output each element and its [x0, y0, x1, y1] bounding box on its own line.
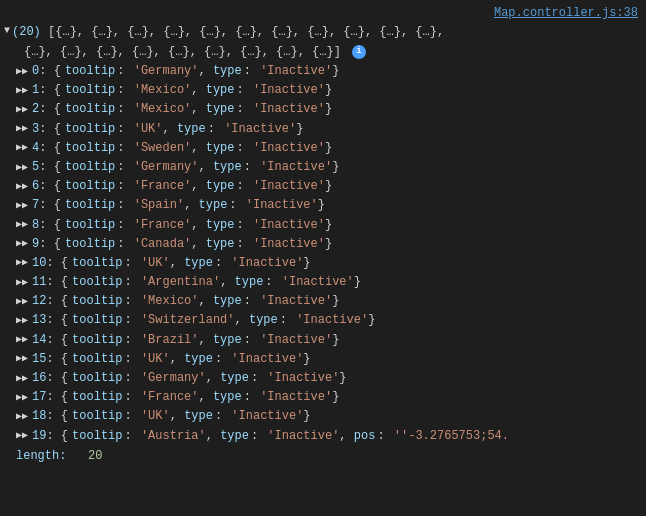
list-item[interactable]: ▶17: {tooltip: 'France', type: 'Inactive…: [0, 388, 646, 407]
item-toggle[interactable]: ▶: [16, 275, 28, 291]
list-item[interactable]: ▶7: {tooltip: 'Spain', type: 'Inactive'}: [0, 196, 646, 215]
list-item[interactable]: ▶16: {tooltip: 'Germany', type: 'Inactiv…: [0, 369, 646, 388]
list-item[interactable]: ▶0: {tooltip: 'Germany', type: 'Inactive…: [0, 62, 646, 81]
item-toggle[interactable]: ▶: [16, 198, 28, 214]
item-toggle[interactable]: ▶: [16, 409, 28, 425]
item-toggle[interactable]: ▶: [16, 102, 28, 118]
list-item[interactable]: ▶11: {tooltip: 'Argentina', type: 'Inact…: [0, 273, 646, 292]
list-item[interactable]: ▶6: {tooltip: 'France', type: 'Inactive'…: [0, 177, 646, 196]
file-link-text[interactable]: Map.controller.js:38: [494, 6, 638, 20]
item-toggle[interactable]: ▶: [16, 64, 28, 80]
list-item[interactable]: ▶12: {tooltip: 'Mexico', type: 'Inactive…: [0, 292, 646, 311]
list-item[interactable]: ▶4: {tooltip: 'Sweden', type: 'Inactive'…: [0, 139, 646, 158]
item-toggle[interactable]: ▶: [16, 236, 28, 252]
item-toggle[interactable]: ▶: [16, 179, 28, 195]
item-toggle[interactable]: ▶: [16, 332, 28, 348]
list-item[interactable]: ▶3: {tooltip: 'UK', type: 'Inactive'}: [0, 120, 646, 139]
item-toggle[interactable]: ▶: [16, 140, 28, 156]
info-badge[interactable]: i: [352, 45, 366, 59]
item-toggle[interactable]: ▶: [16, 294, 28, 310]
array-count: (20): [12, 23, 41, 41]
list-item[interactable]: ▶8: {tooltip: 'France', type: 'Inactive'…: [0, 216, 646, 235]
item-toggle[interactable]: ▶: [16, 371, 28, 387]
array-header-continuation: {…}, {…}, {…}, {…}, {…}, {…}, {…}, {…}, …: [0, 42, 646, 62]
item-toggle[interactable]: ▶: [16, 160, 28, 176]
list-item[interactable]: ▶14: {tooltip: 'Brazil', type: 'Inactive…: [0, 331, 646, 350]
item-toggle[interactable]: ▶: [16, 121, 28, 137]
list-item[interactable]: ▶19: {tooltip: 'Austria', type: 'Inactiv…: [0, 427, 646, 446]
array-header[interactable]: (20) [{…}, {…}, {…}, {…}, {…}, {…}, {…},…: [0, 22, 646, 42]
array-toggle[interactable]: [4, 23, 10, 38]
length-label: length:: [16, 449, 66, 463]
list-item[interactable]: ▶2: {tooltip: 'Mexico', type: 'Inactive'…: [0, 100, 646, 119]
length-line: length: 20: [0, 446, 646, 467]
array-items: ▶0: {tooltip: 'Germany', type: 'Inactive…: [0, 62, 646, 446]
array-preview-line1: [{…}, {…}, {…}, {…}, {…}, {…}, {…}, {…},…: [48, 23, 444, 41]
array-preview-line2: {…}, {…}, {…}, {…}, {…}, {…}, {…}, {…}, …: [24, 45, 341, 59]
list-item[interactable]: ▶15: {tooltip: 'UK', type: 'Inactive'}: [0, 350, 646, 369]
item-toggle[interactable]: ▶: [16, 351, 28, 367]
item-toggle[interactable]: ▶: [16, 428, 28, 444]
item-toggle[interactable]: ▶: [16, 83, 28, 99]
item-toggle[interactable]: ▶: [16, 217, 28, 233]
console-panel: Map.controller.js:38 (20) [{…}, {…}, {…}…: [0, 0, 646, 471]
list-item[interactable]: ▶1: {tooltip: 'Mexico', type: 'Inactive'…: [0, 81, 646, 100]
file-link[interactable]: Map.controller.js:38: [0, 4, 646, 22]
item-toggle[interactable]: ▶: [16, 390, 28, 406]
item-toggle[interactable]: ▶: [16, 313, 28, 329]
list-item[interactable]: ▶5: {tooltip: 'Germany', type: 'Inactive…: [0, 158, 646, 177]
list-item[interactable]: ▶13: {tooltip: 'Switzerland', type: 'Ina…: [0, 311, 646, 330]
item-toggle[interactable]: ▶: [16, 255, 28, 271]
length-value: 20: [88, 449, 102, 463]
list-item[interactable]: ▶9: {tooltip: 'Canada', type: 'Inactive'…: [0, 235, 646, 254]
list-item[interactable]: ▶18: {tooltip: 'UK', type: 'Inactive'}: [0, 407, 646, 426]
list-item[interactable]: ▶10: {tooltip: 'UK', type: 'Inactive'}: [0, 254, 646, 273]
